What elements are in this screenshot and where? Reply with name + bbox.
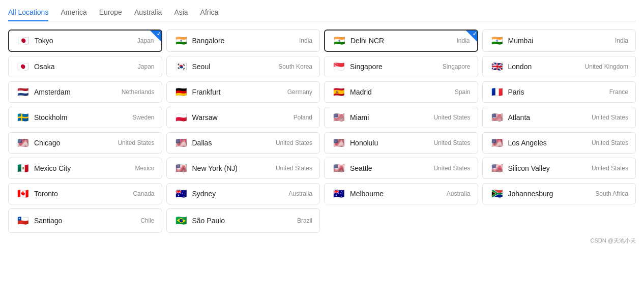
location-card-silicon-valley[interactable]: 🇺🇸Silicon ValleyUnited States <box>482 158 636 179</box>
flag-icon: 🇯🇵 <box>16 36 31 46</box>
location-card-frankfurt[interactable]: 🇩🇪FrankfurtGermany <box>166 81 320 103</box>
location-card-singapore[interactable]: 🇸🇬SingaporeSingapore <box>324 56 478 77</box>
locations-grid: 🇯🇵TokyoJapan🇮🇳BangaloreIndia🇮🇳Delhi NCRI… <box>8 29 636 233</box>
flag-icon: 🇺🇸 <box>490 163 504 173</box>
location-card-warsaw[interactable]: 🇵🇱WarsawPoland <box>166 107 320 128</box>
country-name: United States <box>118 139 154 146</box>
country-name: Germany <box>287 88 312 96</box>
flag-icon: 🇧🇷 <box>174 216 188 226</box>
country-name: United States <box>592 165 628 172</box>
country-name: India <box>615 37 628 44</box>
city-name: Osaka <box>34 63 54 71</box>
location-card-stockholm[interactable]: 🇸🇪StockholmSweden <box>8 107 162 128</box>
tab-asia[interactable]: Asia <box>174 8 188 21</box>
city-name: Sydney <box>192 190 216 198</box>
country-name: Canada <box>133 190 154 197</box>
flag-icon: 🇺🇸 <box>490 138 504 148</box>
location-card-mexico-city[interactable]: 🇲🇽Mexico CityMexico <box>8 158 162 179</box>
country-name: United States <box>433 139 470 146</box>
location-card-são-paulo[interactable]: 🇧🇷São PauloBrazil <box>166 208 320 233</box>
location-card-madrid[interactable]: 🇪🇸MadridSpain <box>324 81 478 103</box>
location-card-miami[interactable]: 🇺🇸MiamiUnited States <box>324 107 478 128</box>
city-name: Silicon Valley <box>508 164 550 172</box>
country-name: Brazil <box>297 217 312 224</box>
city-name: Mumbai <box>508 37 534 45</box>
city-name: New York (NJ) <box>192 164 238 172</box>
location-card-honolulu[interactable]: 🇺🇸HonoluluUnited States <box>324 132 478 154</box>
city-name: Santiago <box>34 217 62 225</box>
country-name: Mexico <box>135 165 154 172</box>
flag-icon: 🇳🇱 <box>16 87 30 97</box>
city-name: Toronto <box>34 190 58 198</box>
location-card-delhi-ncr[interactable]: 🇮🇳Delhi NCRIndia <box>324 29 478 52</box>
flag-icon: 🇸🇪 <box>16 112 30 123</box>
city-name: London <box>508 63 532 71</box>
flag-icon: 🇨🇱 <box>16 216 30 226</box>
location-tabs: All LocationsAmericaEuropeAustraliaAsiaA… <box>8 8 636 21</box>
location-card-bangalore[interactable]: 🇮🇳BangaloreIndia <box>166 29 320 52</box>
country-name: United States <box>276 139 312 146</box>
city-name: São Paulo <box>192 217 225 225</box>
location-card-paris[interactable]: 🇫🇷ParisFrance <box>482 81 636 103</box>
country-name: South Africa <box>595 190 628 197</box>
city-name: Atlanta <box>508 113 531 122</box>
country-name: United States <box>592 139 628 146</box>
flag-icon: 🇺🇸 <box>174 163 188 173</box>
city-name: Delhi NCR <box>350 37 384 45</box>
flag-icon: 🇺🇸 <box>332 112 346 123</box>
tab-australia[interactable]: Australia <box>134 8 162 21</box>
location-card-chicago[interactable]: 🇺🇸ChicagoUnited States <box>8 132 162 154</box>
location-card-new-york-nj[interactable]: 🇺🇸New York (NJ)United States <box>166 158 320 179</box>
country-name: United States <box>276 165 312 172</box>
tab-europe[interactable]: Europe <box>99 8 122 21</box>
location-card-toronto[interactable]: 🇨🇦TorontoCanada <box>8 183 162 204</box>
location-card-london[interactable]: 🇬🇧LondonUnited Kingdom <box>482 56 636 77</box>
city-name: Bangalore <box>192 37 225 45</box>
city-name: Warsaw <box>192 113 218 122</box>
tab-all-locations[interactable]: All Locations <box>8 8 48 21</box>
location-card-los-angeles[interactable]: 🇺🇸Los AngelesUnited States <box>482 132 636 154</box>
location-card-santiago[interactable]: 🇨🇱SantiagoChile <box>8 208 162 233</box>
tab-america[interactable]: America <box>61 8 86 21</box>
city-name: Melbourne <box>350 190 384 198</box>
location-card-amsterdam[interactable]: 🇳🇱AmsterdamNetherlands <box>8 81 162 103</box>
flag-icon: 🇮🇳 <box>332 36 346 46</box>
flag-icon: 🇬🇧 <box>490 62 504 72</box>
city-name: Honolulu <box>350 139 378 147</box>
flag-icon: 🇺🇸 <box>174 138 188 148</box>
flag-icon: 🇦🇺 <box>174 189 188 199</box>
city-name: Seattle <box>350 164 372 172</box>
country-name: Australia <box>288 190 312 197</box>
flag-icon: 🇩🇪 <box>174 87 188 97</box>
country-name: Australia <box>447 190 471 197</box>
location-card-seoul[interactable]: 🇰🇷SeoulSouth Korea <box>166 56 320 77</box>
flag-icon: 🇫🇷 <box>490 87 504 97</box>
country-name: India <box>299 37 312 44</box>
country-name: United Kingdom <box>585 63 628 70</box>
location-card-atlanta[interactable]: 🇺🇸AtlantaUnited States <box>482 107 636 128</box>
country-name: United States <box>592 114 628 121</box>
location-card-tokyo[interactable]: 🇯🇵TokyoJapan <box>8 29 162 52</box>
city-name: Stockholm <box>34 113 67 122</box>
flag-icon: 🇺🇸 <box>332 163 346 173</box>
tab-africa[interactable]: Africa <box>200 8 219 21</box>
location-card-mumbai[interactable]: 🇮🇳MumbaiIndia <box>482 29 636 52</box>
location-card-melbourne[interactable]: 🇦🇺MelbourneAustralia <box>324 183 478 204</box>
city-name: Mexico City <box>34 164 71 172</box>
flag-icon: 🇰🇷 <box>174 62 188 72</box>
flag-icon: 🇮🇳 <box>490 36 504 46</box>
country-name: India <box>456 37 470 44</box>
country-name: Japan <box>137 37 154 44</box>
location-card-dallas[interactable]: 🇺🇸DallasUnited States <box>166 132 320 154</box>
city-name: Paris <box>508 88 524 96</box>
location-card-sydney[interactable]: 🇦🇺SydneyAustralia <box>166 183 320 204</box>
location-card-johannesburg[interactable]: 🇿🇦JohannesburgSouth Africa <box>482 183 636 204</box>
location-card-osaka[interactable]: 🇯🇵OsakaJapan <box>8 56 162 77</box>
city-name: Tokyo <box>35 37 53 45</box>
city-name: Miami <box>350 113 369 122</box>
flag-icon: 🇺🇸 <box>332 138 346 148</box>
flag-icon: 🇿🇦 <box>490 189 504 199</box>
country-name: Singapore <box>443 63 471 70</box>
country-name: Japan <box>138 63 155 70</box>
location-card-seattle[interactable]: 🇺🇸SeattleUnited States <box>324 158 478 179</box>
